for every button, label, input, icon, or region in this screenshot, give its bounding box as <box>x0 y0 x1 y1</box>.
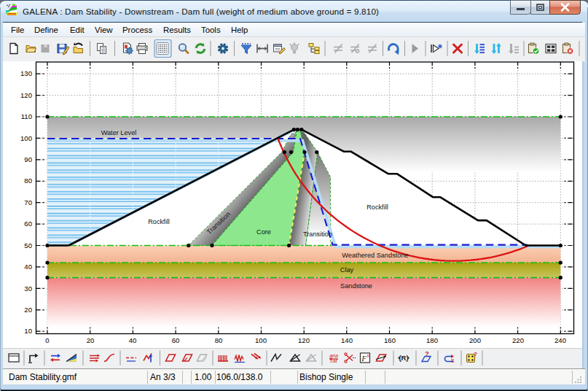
svg-text:Clay: Clay <box>340 266 354 274</box>
svg-text:Sandstone: Sandstone <box>340 282 372 290</box>
svg-text:ana: ana <box>329 353 338 358</box>
svg-text:240: 240 <box>554 336 566 344</box>
svg-text:Rockfill: Rockfill <box>148 218 170 225</box>
svg-text:180: 180 <box>426 336 438 344</box>
svg-text:80: 80 <box>215 336 223 344</box>
svg-text:60: 60 <box>172 336 180 344</box>
svg-text:Transition: Transition <box>303 231 332 238</box>
svg-text:30: 30 <box>24 284 32 293</box>
svg-text:10: 10 <box>24 327 32 335</box>
svg-text:160: 160 <box>384 336 396 344</box>
svg-text:40: 40 <box>129 336 137 344</box>
svg-text:(R): (R) <box>399 354 408 362</box>
svg-text:Water Level: Water Level <box>101 129 137 136</box>
svg-text:220: 220 <box>512 336 524 344</box>
svg-text:F: F <box>361 355 366 363</box>
svg-text:20: 20 <box>24 306 32 314</box>
svg-text:?: ? <box>425 350 429 357</box>
svg-text:Weathered Sandstone: Weathered Sandstone <box>342 252 408 259</box>
svg-text:100: 100 <box>20 134 32 142</box>
svg-text:60: 60 <box>24 220 32 228</box>
svg-text:120: 120 <box>20 91 32 99</box>
svg-text:B: B <box>451 358 454 363</box>
svg-text:100: 100 <box>255 336 267 344</box>
svg-text:20: 20 <box>87 336 95 344</box>
svg-text:200: 200 <box>469 336 481 344</box>
svg-text:130: 130 <box>20 69 32 77</box>
svg-text:140: 140 <box>341 336 353 344</box>
svg-text:Core: Core <box>256 228 271 236</box>
svg-text:120: 120 <box>298 336 310 344</box>
svg-text:0: 0 <box>45 336 49 344</box>
svg-text:?: ? <box>474 351 477 357</box>
svg-text:50: 50 <box>24 241 32 249</box>
svg-text:70: 70 <box>24 198 32 206</box>
svg-text:Rockfill: Rockfill <box>366 204 388 211</box>
svg-text:40: 40 <box>24 263 32 271</box>
svg-text:80: 80 <box>24 177 32 185</box>
svg-text:90: 90 <box>24 155 32 163</box>
svg-text:110: 110 <box>21 112 32 120</box>
